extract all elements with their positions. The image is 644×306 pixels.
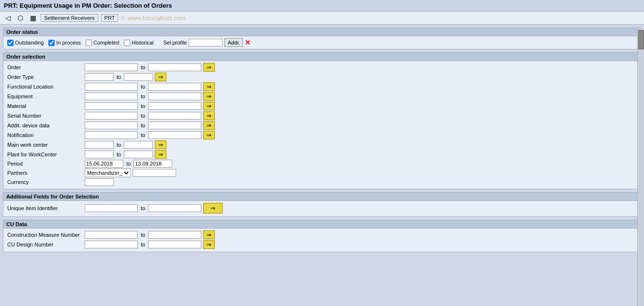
settlement-receivers-button[interactable]: Settlement Receivers	[41, 14, 98, 22]
addit-device-label: Addit. device data	[7, 122, 85, 128]
order-selection-header: Order selection	[3, 53, 641, 61]
construction-measure-arrow-btn[interactable]: ⇒	[203, 230, 215, 239]
partners-controls: Merchandizer_	[85, 168, 176, 177]
historical-label: Historical	[132, 40, 153, 46]
order-label: Order	[7, 64, 85, 70]
outstanding-checkbox[interactable]	[7, 40, 14, 46]
notification-from-input[interactable]	[85, 131, 138, 139]
main-work-center-from-input[interactable]	[85, 141, 114, 149]
functional-location-arrow-btn[interactable]: ⇒	[203, 82, 215, 91]
cu-design-from-input[interactable]	[85, 241, 138, 248]
unique-item-from-input[interactable]	[85, 204, 138, 212]
completed-checkbox-label[interactable]: Completed	[86, 40, 119, 46]
equipment-arrow-btn[interactable]: ⇒	[203, 92, 215, 101]
order-to-input[interactable]	[148, 63, 201, 71]
equipment-from-input[interactable]	[85, 92, 138, 100]
watermark: © www.tutorialkart.com	[121, 15, 185, 22]
currency-label: Currency	[7, 179, 85, 185]
serial-number-to-input[interactable]	[148, 112, 201, 120]
outstanding-checkbox-label[interactable]: Outstanding	[7, 40, 44, 46]
addr-button[interactable]: Addr.	[225, 38, 243, 47]
plant-workcenter-row: Plant for WorkCenter to ⇒	[7, 150, 637, 159]
addit-device-arrow-btn[interactable]: ⇒	[203, 121, 215, 130]
completed-label: Completed	[93, 40, 119, 46]
unique-item-label: Unique Item Identifier	[7, 205, 85, 211]
additional-fields-header: Additional Fields for Order Selection	[3, 193, 641, 201]
scrollbar[interactable]	[637, 29, 644, 306]
prt-button[interactable]: PRT	[101, 14, 119, 22]
addit-device-to-input[interactable]	[148, 122, 201, 129]
additional-fields-body: Unique Item Identifier to ⇒	[3, 201, 641, 216]
main-work-center-arrow-btn[interactable]: ⇒	[155, 140, 166, 149]
order-type-from-input[interactable]	[85, 73, 114, 81]
status-row: Outstanding In process Completed Histori…	[7, 38, 637, 47]
functional-location-row: Functional Location to ⇒	[7, 82, 637, 91]
material-from-input[interactable]	[85, 102, 138, 110]
main-work-center-to-input[interactable]	[124, 141, 153, 149]
plant-workcenter-arrow-btn[interactable]: ⇒	[155, 150, 166, 159]
partners-select[interactable]: Merchandizer_	[85, 168, 131, 177]
cu-design-to-input[interactable]	[148, 241, 201, 248]
unique-item-to-input[interactable]	[148, 204, 201, 212]
unique-item-row: Unique Item Identifier to ⇒	[7, 203, 637, 214]
period-from-input[interactable]	[85, 160, 123, 168]
completed-checkbox[interactable]	[86, 40, 92, 46]
order-type-label: Order Type	[7, 74, 85, 80]
cu-data-body: Construction Measure Number to ⇒ CU Desi…	[3, 229, 641, 252]
serial-number-from-input[interactable]	[85, 112, 138, 120]
currency-row: Currency	[7, 178, 637, 186]
historical-checkbox[interactable]	[124, 40, 130, 46]
material-label: Material	[7, 103, 85, 109]
addit-device-from-input[interactable]	[85, 122, 138, 129]
order-type-row: Order Type to ⇒	[7, 73, 637, 81]
order-arrow-btn[interactable]: ⇒	[203, 63, 215, 72]
order-type-to-input[interactable]	[124, 73, 153, 81]
sel-profile-row: Sel.profile Addr. ✕	[164, 38, 251, 47]
plant-workcenter-from-input[interactable]	[85, 151, 114, 158]
material-row: Material to ⇒	[7, 102, 637, 110]
cu-data-section: CU Data Construction Measure Number to ⇒…	[3, 220, 641, 252]
main-work-center-label: Main work center	[7, 142, 85, 148]
serial-number-arrow-btn[interactable]: ⇒	[203, 111, 215, 120]
order-type-arrow-btn[interactable]: ⇒	[155, 73, 166, 81]
period-to-input[interactable]	[134, 160, 172, 168]
cu-data-header: CU Data	[3, 220, 641, 229]
in-process-checkbox[interactable]	[48, 40, 55, 46]
notification-label: Notification	[7, 132, 85, 138]
plant-workcenter-to-input[interactable]	[124, 151, 153, 158]
notification-to-input[interactable]	[148, 131, 201, 139]
in-process-checkbox-label[interactable]: In process	[48, 40, 81, 46]
material-to-input[interactable]	[148, 102, 201, 110]
grid-icon[interactable]: ▦	[28, 13, 38, 23]
currency-input[interactable]	[85, 178, 114, 186]
order-status-header: Order status	[3, 28, 641, 36]
order-from-input[interactable]	[85, 63, 138, 71]
notification-arrow-btn[interactable]: ⇒	[203, 131, 215, 139]
clear-icon[interactable]: ✕	[245, 39, 251, 46]
order-status-section: Order status Outstanding In process Comp…	[3, 28, 641, 49]
construction-measure-from-input[interactable]	[85, 231, 138, 239]
functional-location-to-input[interactable]	[148, 83, 201, 91]
historical-checkbox-label[interactable]: Historical	[124, 40, 153, 46]
window-title: PRT: Equipment Usage in PM Order: Select…	[4, 2, 172, 9]
construction-measure-to-input[interactable]	[148, 231, 201, 239]
nav-icon[interactable]: ⬡	[15, 13, 25, 23]
functional-location-label: Functional Location	[7, 84, 85, 90]
cu-design-arrow-btn[interactable]: ⇒	[203, 240, 215, 249]
back-icon[interactable]: ◁	[3, 13, 13, 23]
cu-design-label: CU Design Number	[7, 242, 85, 247]
cu-design-row: CU Design Number to ⇒	[7, 240, 637, 249]
period-row: Period to	[7, 160, 637, 168]
main-work-center-row: Main work center to ⇒	[7, 140, 637, 149]
toolbar: ◁ ⬡ ▦ Settlement Receivers PRT © www.tut…	[0, 12, 644, 25]
serial-number-label: Serial Number	[7, 113, 85, 119]
order-row: Order to ⇒	[7, 63, 637, 72]
partners-value-input[interactable]	[133, 169, 176, 177]
material-arrow-btn[interactable]: ⇒	[203, 102, 215, 110]
unique-item-arrow-btn[interactable]: ⇒	[203, 203, 223, 214]
equipment-to-input[interactable]	[148, 92, 201, 100]
functional-location-from-input[interactable]	[85, 83, 138, 91]
order-selection-section: Order selection Order to ⇒ Order Type to…	[3, 52, 641, 189]
equipment-row: Equipment to ⇒	[7, 92, 637, 101]
sel-profile-input[interactable]	[189, 39, 223, 46]
